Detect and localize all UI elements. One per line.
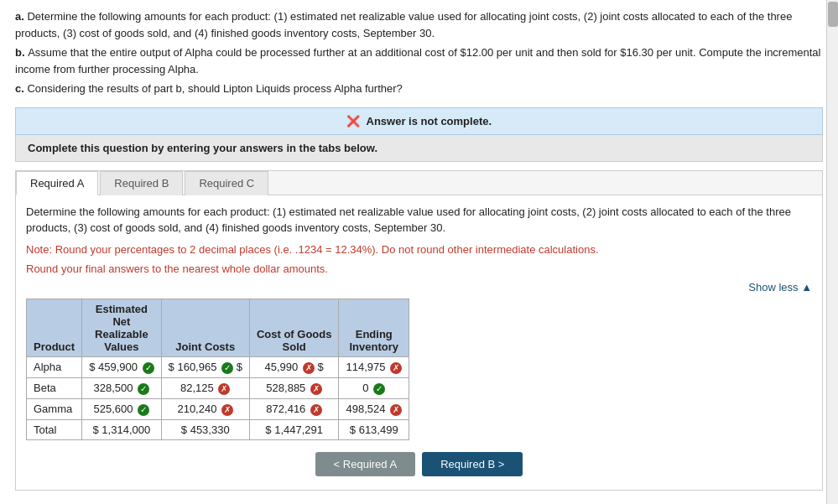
est-value-beta: 328,500 ✓ [82,377,161,398]
tab-required-a[interactable]: Required A [16,171,98,195]
intro-b: b. Assume that the entire output of Alph… [15,44,823,77]
cogs-total: $ 1,447,291 [249,419,339,439]
inv-gamma: 498,524 ✗ [339,398,409,419]
table-row: Gamma 525,600 ✓ 210,240 ✗ 872,416 ✗ [27,398,409,419]
check-icon: ✓ [221,362,233,374]
cogs-beta: 528,885 ✗ [249,377,339,398]
table-row: Alpha $ 459,900 ✓ $ 160,965 ✓ $ [27,356,409,377]
col-header-inv: EndingInventory [339,299,409,356]
scrollbar[interactable] [826,0,838,504]
tab-required-c[interactable]: Required C [185,171,268,195]
col-header-product: Product [27,299,82,356]
tabs-header: Required A Required B Required C [16,171,822,195]
inv-total: $ 613,499 [339,419,409,439]
joint-costs-beta: 82,125 ✗ [161,377,249,398]
show-less-button[interactable]: Show less ▲ [26,281,812,294]
x-icon: ✗ [310,404,322,416]
tab-description: Determine the following amounts for each… [26,204,812,236]
inv-beta: 0 ✓ [339,377,409,398]
est-value-total: $ 1,314,000 [82,419,161,439]
cogs-gamma: 872,416 ✗ [249,398,339,419]
joint-costs-alpha: $ 160,965 ✓ $ [161,356,249,377]
product-total: Total [27,419,82,439]
est-value-gamma: 525,600 ✓ [82,398,161,419]
cogs-alpha: 45,990 ✗ $ [249,356,339,377]
scrollbar-thumb[interactable] [828,2,838,27]
intro-a: a. Determine the following amounts for e… [15,8,823,41]
tab-a-content: Determine the following amounts for each… [16,195,822,490]
check-icon: ✓ [138,404,149,416]
complete-note: Complete this question by entering your … [15,135,823,162]
answer-banner-text: Answer is not complete. [367,115,492,127]
table-row-total: Total $ 1,314,000 $ 453,330 $ 1,447,291 … [27,419,409,439]
nav-buttons: < Required A Required B > [26,452,812,476]
tab-required-b[interactable]: Required B [100,171,183,195]
col-header-joint-costs: Joint Costs [161,299,249,356]
tabs-container: Required A Required B Required C Determi… [15,170,823,491]
check-icon: ✓ [138,383,149,395]
x-icon: ✗ [310,383,322,395]
joint-costs-gamma: 210,240 ✗ [161,398,249,419]
tab-note-1: Note: Round your percentages to 2 decima… [26,242,812,258]
inv-alpha: 114,975 ✗ [339,356,409,377]
x-icon: ✗ [218,383,230,395]
x-icon: ✗ [221,404,233,416]
col-header-est-value: EstimatedNetRealizableValues [82,299,161,356]
product-beta: Beta [27,377,82,398]
product-alpha: Alpha [27,356,82,377]
col-header-cogs: Cost of GoodsSold [249,299,339,356]
x-icon: ✗ [390,404,402,416]
est-value-alpha: $ 459,900 ✓ [82,356,161,377]
x-icon: ✗ [390,362,402,374]
check-icon: ✓ [373,383,385,395]
intro-section: a. Determine the following amounts for e… [15,8,823,97]
prev-button[interactable]: < Required A [315,452,416,476]
tab-note-2: Round your final answers to the nearest … [26,261,812,278]
product-gamma: Gamma [27,398,82,419]
table-row: Beta 328,500 ✓ 82,125 ✗ 528,885 ✗ [27,377,409,398]
data-table: Product EstimatedNetRealizableValues Joi… [26,299,409,440]
joint-costs-total: $ 453,330 [161,419,249,439]
intro-c: c. Considering the results of part b, sh… [15,81,823,97]
next-button[interactable]: Required B > [422,452,523,476]
x-circle-icon: ❌ [346,115,360,127]
x-icon: ✗ [303,362,315,374]
answer-banner: ❌ Answer is not complete. [15,107,823,135]
check-icon: ✓ [143,362,154,374]
